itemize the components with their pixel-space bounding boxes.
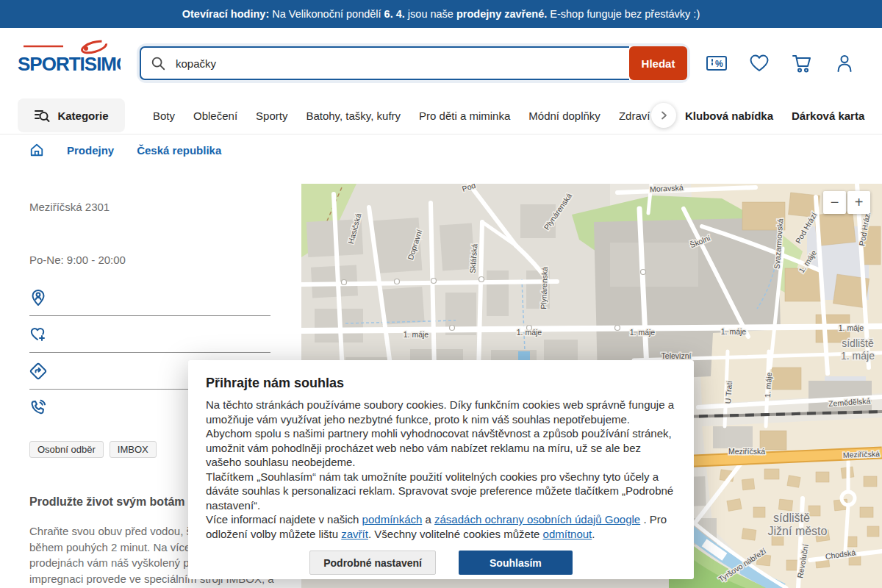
voucher-icon[interactable]: %	[706, 52, 728, 74]
cookie-paragraph-2: Tlačítkem „Souhlasím“ nám tak umožníte p…	[206, 470, 676, 513]
badge-osobni-odber: Osobní odběr	[29, 441, 104, 458]
map-street-label: Televizní	[662, 351, 692, 360]
logo-text: SPORTISIMO	[18, 53, 121, 75]
heart-plus-icon	[29, 326, 47, 343]
nav-scroll-right-button[interactable]	[651, 103, 676, 128]
terms-link[interactable]: podmínkách	[362, 513, 423, 526]
nav-highlighted-items: Klubová nabídka Dárková karta	[685, 98, 864, 134]
header-icons: %	[706, 52, 856, 74]
announcement-bar: Otevírací hodiny: Na Velikonoční pondělí…	[0, 0, 882, 28]
map-street-label: 1. máje	[841, 350, 875, 362]
nav-item-obleceni[interactable]: Oblečení	[193, 110, 237, 122]
detailed-settings-button[interactable]: Podrobné nastavení	[309, 551, 436, 575]
cookie-dialog-title: Přihrajte nám souhlas	[206, 376, 676, 391]
wishlist-heart-icon[interactable]	[748, 52, 770, 74]
search-input[interactable]	[174, 57, 629, 71]
account-icon[interactable]	[833, 52, 856, 74]
map-street-label: Jižní město	[768, 525, 828, 537]
search-bar: Hledat	[140, 46, 687, 80]
search-button[interactable]: Hledat	[629, 46, 687, 80]
home-icon[interactable]	[29, 143, 44, 157]
directions-icon	[29, 362, 47, 380]
map-street-label: Meziříčská	[843, 449, 881, 459]
map-street-label: 1. máje	[839, 323, 864, 332]
nav-item-klubova-nabidka[interactable]: Klubová nabídka	[685, 110, 773, 122]
svg-text:%: %	[715, 59, 723, 69]
search-icon	[150, 55, 166, 71]
map-street-label: sídliště	[842, 337, 874, 349]
nav-item-sporty[interactable]: Sporty	[256, 110, 287, 122]
map-street-label: 1. máje	[404, 330, 429, 339]
sportisimo-logo[interactable]: SPORTISIMO	[18, 40, 121, 78]
badge-imbox: IMBOX	[110, 441, 157, 458]
cookie-paragraph-3: Více informací najdete v našich podmínká…	[206, 512, 676, 541]
sportisimo-store-page: Otevírací hodiny: Na Velikonoční pondělí…	[0, 0, 882, 588]
store-badges: Osobní odběr IMBOX	[29, 441, 157, 458]
map-street-label: Plynárenská	[539, 267, 549, 309]
nav-item-darkova-karta[interactable]: Dárková karta	[792, 110, 864, 122]
header: SPORTISIMO Hledat %	[0, 28, 882, 98]
nav-item-doplnky[interactable]: Módní doplňky	[528, 110, 600, 122]
categories-button[interactable]: Kategorie	[18, 98, 125, 132]
categories-label: Kategorie	[57, 110, 108, 122]
close-bar-link[interactable]: zavřít	[341, 528, 368, 540]
cookie-dialog-buttons: Podrobné nastavení Souhlasím	[206, 551, 676, 575]
google-privacy-link[interactable]: zásadách ochrany osobních údajů Google	[434, 513, 640, 526]
category-list-icon	[34, 107, 50, 123]
nav-item-boty[interactable]: Boty	[153, 110, 175, 122]
nav-item-batohy[interactable]: Batohy, tašky, kufry	[306, 110, 401, 122]
map-street-label: 1. máje	[517, 328, 542, 337]
nav-item-deti[interactable]: Pro děti a miminka	[419, 110, 510, 122]
zoom-out-button[interactable]: −	[823, 191, 846, 214]
cart-icon[interactable]	[791, 52, 813, 74]
search-field	[140, 46, 629, 80]
map-street-label: Meziříčská	[728, 447, 765, 456]
map-street-label: 1. máje	[721, 327, 747, 336]
store-address: Meziříčská 2301	[29, 201, 110, 213]
phone-icon	[29, 399, 47, 417]
store-location-row[interactable]	[29, 279, 270, 316]
store-favorite-row[interactable]	[29, 316, 270, 353]
nav-items: Boty Oblečení Sporty Batohy, tašky, kufr…	[153, 98, 675, 134]
map-street-label: 1. máje	[630, 328, 656, 337]
store-hours: Po-Ne: 9:00 - 20:00	[29, 254, 126, 266]
map-street-label: sídliště	[773, 512, 810, 524]
breadcrumb-prodejny[interactable]: Prodejny	[67, 144, 114, 157]
map-zoom-controls: − +	[823, 191, 870, 214]
zoom-in-button[interactable]: +	[847, 191, 870, 214]
cookie-consent-dialog: Přihrajte nám souhlas Na těchto stránkác…	[188, 360, 694, 579]
map-street-label: U Trati	[723, 381, 734, 404]
map-street-label: 1. máje	[763, 372, 773, 398]
main-navigation: Kategorie Boty Oblečení Sporty Batohy, t…	[0, 98, 882, 134]
breadcrumb: Prodejny Česká republika	[29, 143, 221, 157]
chevron-right-icon	[659, 111, 668, 120]
announcement-bold: Otevírací hodiny:	[182, 8, 269, 20]
reject-link[interactable]: odmítnout	[543, 528, 592, 540]
breadcrumb-ceska-republika[interactable]: Česká republika	[137, 144, 221, 157]
cookie-paragraph-1: Na těchto stránkách používáme soubory co…	[206, 398, 676, 470]
accept-cookies-button[interactable]: Souhlasím	[459, 551, 573, 575]
location-pin-icon	[29, 289, 47, 306]
